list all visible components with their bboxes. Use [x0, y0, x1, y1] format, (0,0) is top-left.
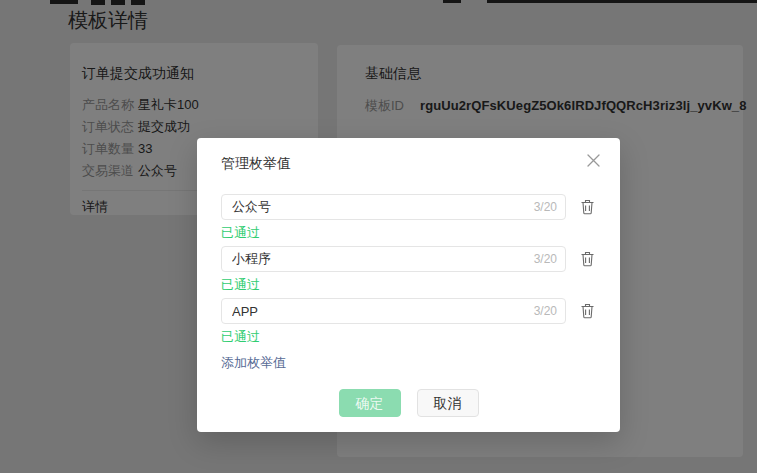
trash-icon: [580, 199, 595, 215]
cancel-button[interactable]: 取消: [417, 389, 479, 417]
add-enum-link[interactable]: 添加枚举值: [221, 354, 286, 371]
char-counter: 3/20: [534, 252, 557, 266]
enum-value-input[interactable]: [221, 298, 566, 324]
enum-input-wrap: 3/20: [221, 298, 566, 324]
char-counter: 3/20: [534, 200, 557, 214]
confirm-button[interactable]: 确定: [339, 389, 401, 417]
delete-enum-button[interactable]: [579, 251, 596, 268]
enum-input-wrap: 3/20: [221, 246, 566, 272]
enum-item: 3/20 已通过: [221, 298, 596, 345]
enum-item: 3/20 已通过: [221, 246, 596, 293]
enum-status-approved: 已通过: [221, 328, 596, 345]
char-counter: 3/20: [534, 304, 557, 318]
close-icon: [586, 153, 601, 168]
dialog-footer: 确定 取消: [221, 389, 596, 417]
enum-item: 3/20 已通过: [221, 194, 596, 241]
trash-icon: [580, 303, 595, 319]
close-button[interactable]: [582, 149, 604, 171]
enum-status-approved: 已通过: [221, 224, 596, 241]
enum-value-input[interactable]: [221, 194, 566, 220]
manage-enum-dialog: 管理枚举值 3/20 已通过 3/20: [197, 138, 620, 432]
dialog-title: 管理枚举值: [221, 138, 596, 173]
enum-value-input[interactable]: [221, 246, 566, 272]
enum-input-wrap: 3/20: [221, 194, 566, 220]
enum-status-approved: 已通过: [221, 276, 596, 293]
delete-enum-button[interactable]: [579, 199, 596, 216]
trash-icon: [580, 251, 595, 267]
delete-enum-button[interactable]: [579, 303, 596, 320]
